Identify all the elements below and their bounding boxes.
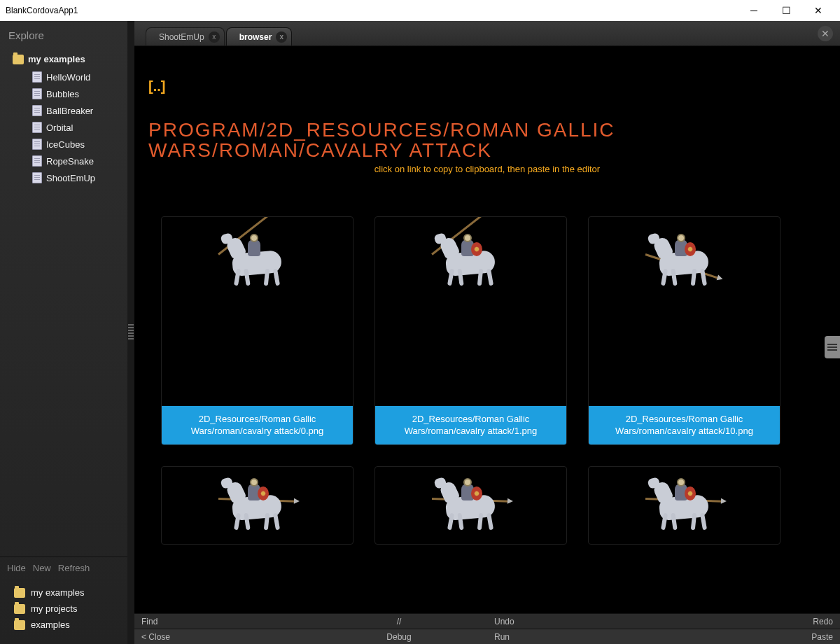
resource-label[interactable]: 2D_Resources/Roman Gallic Wars/roman/cav… bbox=[162, 406, 353, 444]
tree-item-label: IceCubes bbox=[46, 139, 85, 150]
tree-item-label: HelloWorld bbox=[46, 72, 90, 83]
resource-card[interactable] bbox=[374, 466, 567, 545]
sprite-preview bbox=[162, 467, 353, 544]
cavalry-sprite-icon bbox=[643, 227, 727, 290]
sprite-preview bbox=[589, 217, 780, 406]
tree-item-label: ShootEmUp bbox=[46, 173, 95, 183]
resource-label[interactable]: 2D_Resources/Roman Gallic Wars/roman/cav… bbox=[375, 406, 566, 444]
tree-item[interactable]: IceCubes bbox=[0, 136, 127, 153]
sidebar-folder[interactable]: examples bbox=[0, 617, 127, 633]
cavalry-sprite-icon bbox=[216, 471, 300, 534]
file-icon bbox=[32, 88, 42, 99]
footer-row-1: Find // Undo Redo bbox=[134, 613, 840, 629]
resource-browser[interactable]: [..] PROGRAM/2D_RESOURCES/ROMAN GALLIC W… bbox=[134, 46, 840, 613]
tree-item[interactable]: HelloWorld bbox=[0, 69, 127, 85]
resource-card[interactable] bbox=[161, 466, 354, 545]
folder-icon bbox=[14, 604, 25, 614]
menu-icon bbox=[827, 346, 837, 348]
sidebar: Explore my examples HelloWorldBubblesBal… bbox=[0, 21, 127, 644]
tabbar: ShootEmUpxbrowserx ✕ bbox=[134, 21, 840, 46]
minimize-button[interactable]: ─ bbox=[738, 0, 770, 21]
tree-root-my-examples[interactable]: my examples bbox=[0, 50, 127, 69]
sprite-preview bbox=[375, 467, 566, 544]
tree-item-label: Bubbles bbox=[46, 89, 79, 99]
main: Explore my examples HelloWorldBubblesBal… bbox=[0, 21, 840, 644]
cavalry-sprite-icon bbox=[429, 227, 513, 290]
sprite-preview bbox=[375, 217, 566, 406]
maximize-button[interactable]: ☐ bbox=[770, 0, 802, 21]
close-window-button[interactable]: ✕ bbox=[802, 0, 834, 21]
folder-icon bbox=[14, 588, 25, 598]
footer-undo[interactable]: Undo bbox=[487, 614, 664, 629]
resource-card[interactable]: 2D_Resources/Roman Gallic Wars/roman/cav… bbox=[161, 216, 354, 445]
grip-icon bbox=[128, 324, 134, 341]
tree-item[interactable]: Bubbles bbox=[0, 85, 127, 102]
file-icon bbox=[32, 105, 42, 116]
tree-root-label: my examples bbox=[28, 54, 85, 64]
sidebar-actions: Hide New Refresh bbox=[0, 556, 127, 579]
resource-card[interactable]: 2D_Resources/Roman Gallic Wars/roman/cav… bbox=[374, 216, 567, 445]
cavalry-sprite-icon bbox=[216, 227, 300, 290]
tree-item[interactable]: RopeSnake bbox=[0, 153, 127, 169]
file-icon bbox=[32, 155, 42, 167]
footer-run[interactable]: Run bbox=[487, 629, 664, 644]
sidebar-folder-label: my projects bbox=[31, 603, 77, 614]
file-icon bbox=[32, 139, 42, 150]
sidebar-title: Explore bbox=[0, 21, 127, 47]
resource-card[interactable] bbox=[588, 466, 780, 545]
cavalry-sprite-icon bbox=[429, 471, 513, 534]
tab-close-button[interactable]: x bbox=[276, 31, 287, 43]
footer-redo[interactable]: Redo bbox=[664, 614, 840, 629]
sidebar-folder-label: my examples bbox=[31, 587, 85, 598]
footer-comment[interactable]: // bbox=[311, 614, 487, 629]
action-new[interactable]: New bbox=[33, 563, 51, 573]
tree-item-label: Orbital bbox=[46, 122, 73, 133]
tab[interactable]: browserx bbox=[226, 27, 293, 46]
tab-label: ShootEmUp bbox=[159, 32, 204, 42]
sidebar-folder-label: examples bbox=[31, 620, 70, 630]
resource-grid: 2D_Resources/Roman Gallic Wars/roman/cav… bbox=[148, 202, 826, 559]
project-tree: my examples HelloWorldBubblesBallBreaker… bbox=[0, 47, 127, 556]
parent-folder-link[interactable]: [..] bbox=[148, 74, 165, 99]
tab-label: browser bbox=[239, 32, 272, 42]
tree-item-label: RopeSnake bbox=[46, 156, 94, 167]
resource-label[interactable]: 2D_Resources/Roman Gallic Wars/roman/cav… bbox=[589, 406, 780, 444]
tree-item[interactable]: Orbital bbox=[0, 119, 127, 136]
content: ShootEmUpxbrowserx ✕ [..] PROGRAM/2D_RES… bbox=[134, 21, 840, 644]
file-icon bbox=[32, 172, 42, 183]
hint-text: click on link to copy to clipboard, then… bbox=[148, 164, 826, 174]
sprite-preview bbox=[589, 467, 780, 544]
sprite-preview bbox=[162, 217, 353, 406]
footer-find[interactable]: Find bbox=[134, 614, 311, 629]
sidebar-folder[interactable]: my examples bbox=[0, 584, 127, 601]
tab-close-button[interactable]: x bbox=[209, 31, 220, 43]
tab[interactable]: ShootEmUpx bbox=[146, 27, 225, 46]
breadcrumb-path[interactable]: PROGRAM/2D_RESOURCES/ROMAN GALLIC WARS/R… bbox=[148, 120, 826, 161]
tree-item[interactable]: ShootEmUp bbox=[0, 169, 127, 186]
titlebar: BlankCordovaApp1 ─ ☐ ✕ bbox=[0, 0, 840, 21]
window-title: BlankCordovaApp1 bbox=[6, 6, 738, 15]
resource-card[interactable]: 2D_Resources/Roman Gallic Wars/roman/cav… bbox=[588, 216, 780, 445]
tree-item[interactable]: BallBreaker bbox=[0, 102, 127, 119]
folder-icon bbox=[14, 620, 25, 630]
footer-debug[interactable]: Debug bbox=[311, 629, 487, 644]
tree-item-label: BallBreaker bbox=[46, 106, 93, 116]
action-hide[interactable]: Hide bbox=[7, 563, 26, 573]
window-controls: ─ ☐ ✕ bbox=[738, 0, 834, 21]
footer-row-2: < Close Debug Run Paste bbox=[134, 629, 840, 644]
footer-paste[interactable]: Paste bbox=[664, 629, 840, 644]
file-icon bbox=[32, 122, 42, 133]
footer-close[interactable]: < Close bbox=[134, 629, 311, 644]
sidebar-folders: my examplesmy projectsexamples bbox=[0, 579, 127, 644]
pane-divider[interactable] bbox=[127, 21, 134, 644]
right-drawer-toggle[interactable] bbox=[825, 336, 840, 358]
folder-icon bbox=[13, 55, 24, 64]
cavalry-sprite-icon bbox=[643, 471, 727, 534]
close-all-tabs-button[interactable]: ✕ bbox=[818, 26, 833, 41]
file-icon bbox=[32, 71, 42, 83]
action-refresh[interactable]: Refresh bbox=[58, 563, 90, 573]
sidebar-folder[interactable]: my projects bbox=[0, 601, 127, 617]
